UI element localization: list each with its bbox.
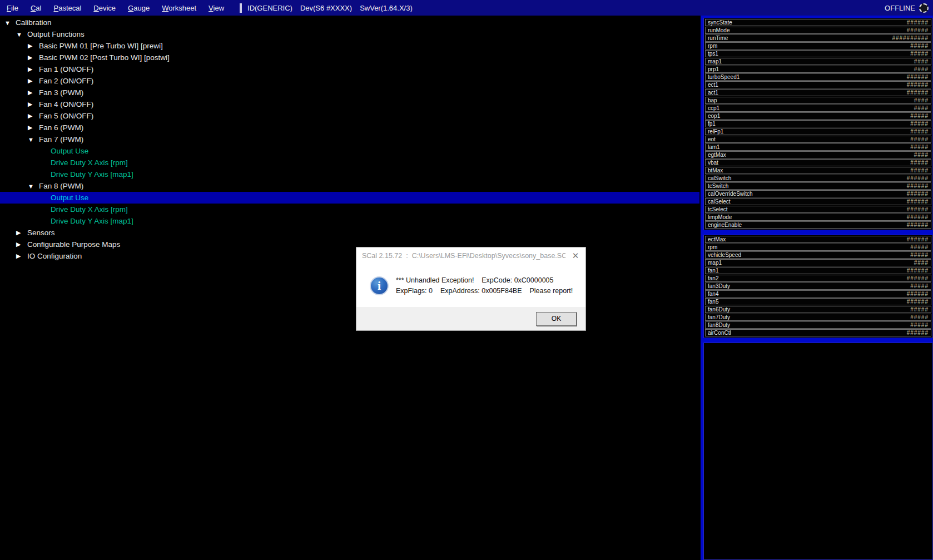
tree-collapsed-icon[interactable]: ▶ (28, 124, 39, 131)
menu-cal[interactable]: Cal (25, 1, 47, 15)
watch-row[interactable]: relFp1##### (705, 128, 931, 135)
watch-row[interactable]: eop1##### (705, 112, 931, 120)
dialog-message: *** Unhandled Exception! ExpCode: 0xC000… (396, 275, 585, 295)
tree-item[interactable]: ▶Fan 5 (ON/OFF) (0, 110, 699, 122)
tree-item[interactable]: ▶Fan 2 (ON/OFF) (0, 75, 699, 87)
menu-file[interactable]: File (1, 1, 24, 15)
menu-device[interactable]: Device (88, 1, 121, 15)
tree-collapsed-icon[interactable]: ▶ (28, 77, 39, 85)
watch-row[interactable]: fan5###### (705, 298, 931, 305)
watch-row[interactable]: calOverrideSwitch###### (705, 190, 931, 197)
watch-row[interactable]: fan4###### (705, 290, 931, 298)
tree-item[interactable]: ▶Basic PWM 02 [Post Turbo WI] [postwi] (0, 52, 699, 63)
tree-collapsed-icon[interactable]: ▶ (28, 112, 39, 120)
watch-row[interactable]: lam1##### (705, 143, 931, 151)
watch-row[interactable]: fan2###### (705, 275, 931, 282)
tree-item[interactable]: ▼Calibration (0, 17, 699, 28)
watch-row[interactable]: calSelect###### (705, 198, 931, 205)
watch-row-name: relFp1 (708, 128, 723, 135)
watch-row[interactable]: limpMode###### (705, 214, 931, 221)
tree-item[interactable]: Drive Duty Y Axis [map1] (0, 215, 699, 227)
watch-row[interactable]: act1###### (705, 89, 931, 96)
watch-row-value: ##### (910, 252, 929, 258)
tree-item[interactable]: ▶Fan 3 (PWM) (0, 87, 699, 98)
watch-row[interactable]: fan7Duty##### (705, 314, 931, 321)
watch-row-value: ##### (910, 51, 929, 57)
watch-row[interactable]: fan8Duty##### (705, 321, 931, 329)
watch-row[interactable]: engineEnable###### (705, 221, 931, 229)
tree-collapsed-icon[interactable]: ▶ (28, 101, 39, 108)
tree-item[interactable]: Drive Duty X Axis [rpm] (0, 157, 699, 169)
watch-row[interactable]: rpm##### (705, 244, 931, 251)
dialog-titlebar[interactable]: SCal 2.15.72 : C:\Users\LMS-EFi\Desktop\… (356, 247, 585, 264)
watch-row[interactable]: runTime########## (705, 34, 931, 42)
close-icon[interactable]: ✕ (565, 247, 585, 264)
tree-item[interactable]: Output Use (0, 145, 699, 157)
tree-item[interactable]: ▶Sensors (0, 227, 699, 239)
watch-row[interactable]: fan1###### (705, 267, 931, 274)
tree-collapsed-icon[interactable]: ▶ (16, 252, 27, 260)
tree-collapsed-icon[interactable]: ▶ (16, 241, 27, 248)
watch-row-value: ##### (910, 322, 929, 328)
tree-item[interactable]: ▶IO Configuration (0, 250, 699, 262)
watch-row[interactable]: tcSwitch###### (705, 182, 931, 190)
tree-item-label: Drive Duty X Axis [rpm] (51, 158, 128, 167)
watch-row[interactable]: eot##### (705, 136, 931, 143)
tree-collapsed-icon[interactable]: ▶ (28, 54, 39, 61)
ok-button[interactable]: OK (536, 312, 577, 326)
watch-row[interactable]: fan6Duty##### (705, 306, 931, 313)
tree-collapsed-icon[interactable]: ▶ (28, 66, 39, 73)
tree-item[interactable]: ▶Fan 4 (ON/OFF) (0, 98, 699, 110)
watch-row[interactable]: bap#### (705, 97, 931, 104)
watch-row[interactable]: ccp1#### (705, 105, 931, 112)
watch-row[interactable]: tcSelect###### (705, 206, 931, 213)
tree-collapsed-icon[interactable]: ▶ (16, 229, 27, 236)
watch-row[interactable]: egtMax#### (705, 151, 931, 158)
tree-item-label: Drive Duty X Axis [rpm] (51, 205, 128, 214)
menu-pastecal[interactable]: Pastecal (48, 1, 87, 15)
tree-item[interactable]: ▶Fan 6 (PWM) (0, 122, 699, 133)
watch-row-value: ###### (907, 27, 929, 33)
watch-row[interactable]: btMax##### (705, 167, 931, 174)
watch-row[interactable]: calSwitch###### (705, 175, 931, 182)
tree-item[interactable]: ▶Basic PWM 01 [Pre Turbo WI] [prewi] (0, 40, 699, 52)
tree-collapsed-icon[interactable]: ▶ (28, 89, 39, 96)
tree-expanded-icon[interactable]: ▼ (4, 19, 16, 26)
watch-row[interactable]: syncState###### (705, 19, 931, 26)
watch-row[interactable]: vbat##### (705, 159, 931, 166)
menu-view[interactable]: View (203, 1, 230, 15)
tree-item[interactable]: ▼Output Functions (0, 28, 699, 40)
watch-row[interactable]: vehicleSpeed##### (705, 251, 931, 259)
watch-row-name: map1 (708, 260, 722, 266)
tree-item[interactable]: ▼Fan 8 (PWM) (0, 180, 699, 192)
tree-item[interactable]: ▶Configurable Purpose Maps (0, 239, 699, 250)
watch-row[interactable]: map1#### (705, 259, 931, 266)
watch-row[interactable]: ect1###### (705, 81, 931, 88)
tree-collapsed-icon[interactable]: ▶ (28, 42, 39, 49)
watch-row[interactable]: runMode###### (705, 27, 931, 34)
watch-row-name: turboSpeed1 (708, 74, 740, 80)
menu-worksheet[interactable]: Worksheet (156, 1, 202, 15)
tree-expanded-icon[interactable]: ▼ (28, 136, 39, 143)
tree-expanded-icon[interactable]: ▼ (28, 183, 39, 190)
tree-item[interactable]: Drive Duty Y Axis [map1] (0, 169, 699, 180)
tree-item[interactable]: Output Use (0, 192, 699, 204)
tree-item[interactable]: ▼Fan 7 (PWM) (0, 133, 699, 145)
watch-row-value: ###### (907, 74, 929, 80)
watch-row[interactable]: turboSpeed1###### (705, 73, 931, 81)
tree-item[interactable]: ▶Fan 1 (ON/OFF) (0, 63, 699, 75)
watch-row[interactable]: ectMax###### (705, 236, 931, 243)
watch-row-name: calSelect (708, 199, 731, 205)
tree-item[interactable]: Drive Duty X Axis [rpm] (0, 204, 699, 215)
watch-row[interactable]: map1#### (705, 58, 931, 65)
watch-row-value: ##### (910, 136, 929, 142)
watch-row[interactable]: rpm##### (705, 42, 931, 49)
tree-expanded-icon[interactable]: ▼ (16, 31, 27, 38)
watch-row[interactable]: fp1##### (705, 120, 931, 127)
watch-row[interactable]: airConCtl###### (705, 329, 931, 336)
watch-row[interactable]: tps1##### (705, 50, 931, 57)
menu-gauge[interactable]: Gauge (122, 1, 155, 15)
tree-item-label: Output Use (51, 147, 88, 155)
watch-row[interactable]: fan3Duty##### (705, 283, 931, 290)
watch-row[interactable]: prp1#### (705, 66, 931, 73)
